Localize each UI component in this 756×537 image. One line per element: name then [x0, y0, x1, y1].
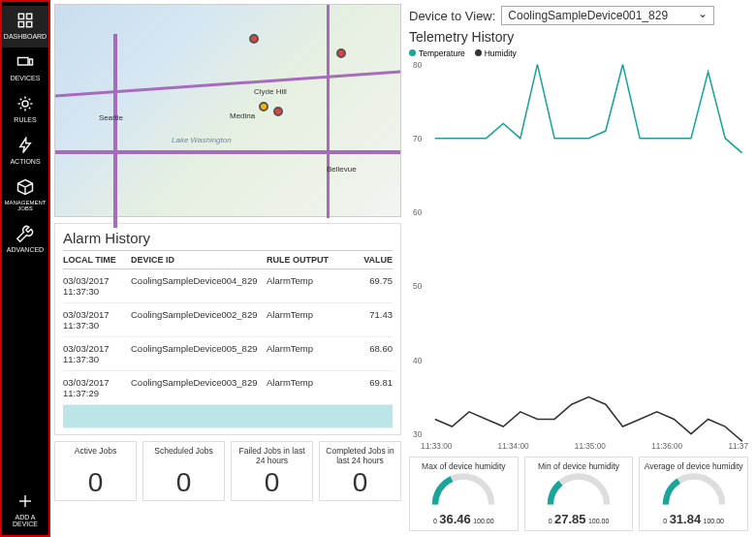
device-select[interactable]: CoolingSampleDevice001_829 [501, 6, 714, 25]
map-label: Lake Washington [172, 136, 232, 144]
devices-icon [16, 53, 34, 71]
gauge-row: Max of device humidity0 36.46 100.00Min … [409, 457, 748, 531]
table-row[interactable]: 03/03/2017 11:37:30CoolingSampleDevice00… [63, 337, 393, 371]
col-header: LOCAL TIME [63, 255, 131, 265]
sidebar-label: RULES [2, 116, 48, 123]
map-pin[interactable] [259, 102, 268, 111]
map-label: Bellevue [327, 165, 357, 174]
svg-text:11:36:00: 11:36:00 [651, 441, 682, 451]
map-pin[interactable] [336, 48, 346, 58]
sidebar-item-add-device[interactable]: ADD A DEVICE [2, 487, 48, 535]
table-row[interactable]: 03/03/2017 11:37:30CoolingSampleDevice00… [63, 303, 393, 337]
chart-legend: Temperature Humidity [409, 48, 748, 58]
sidebar-item-dashboard[interactable]: DASHBOARD [2, 6, 48, 47]
svg-text:60: 60 [413, 207, 422, 217]
svg-rect-2 [18, 22, 23, 27]
sidebar: DASHBOARD DEVICES RULES ACTIONS MANAGEME… [0, 0, 50, 537]
map-label: Seattle [99, 113, 123, 122]
sidebar-item-devices[interactable]: DEVICES [2, 47, 48, 89]
alarm-history-card: Alarm History LOCAL TIME DEVICE ID RULE … [54, 223, 401, 435]
plus-icon [16, 492, 34, 510]
svg-rect-3 [27, 22, 32, 27]
job-card: Active Jobs0 [54, 441, 137, 501]
telemetry-chart: 304050607080 11:33:0011:34:0011:35:0011:… [409, 58, 748, 453]
svg-rect-1 [27, 14, 32, 18]
svg-text:11:34:00: 11:34:00 [498, 441, 529, 451]
bolt-icon [16, 137, 34, 154]
map-label: Clyde Hill [254, 87, 287, 96]
legend-item: Temperature [409, 48, 465, 58]
svg-text:40: 40 [413, 356, 422, 365]
device-to-view-label: Device to View: [409, 9, 495, 23]
gear-icon [16, 95, 34, 112]
table-row[interactable]: 03/03/2017 11:37:29CoolingSampleDevice00… [63, 371, 393, 405]
table-row[interactable] [63, 405, 393, 428]
col-header: RULE OUTPUT [267, 255, 344, 265]
svg-text:80: 80 [413, 59, 422, 69]
sidebar-item-advanced[interactable]: ADVANCED [2, 219, 48, 261]
gauge-card: Min of device humidity0 27.85 100.00 [524, 457, 634, 531]
gauge-card: Average of device humidity0 31.84 100.00 [639, 457, 748, 531]
cube-icon [16, 178, 34, 196]
sidebar-label: ACTIONS [2, 158, 48, 165]
svg-rect-4 [18, 58, 29, 66]
svg-text:11:35:00: 11:35:00 [575, 441, 606, 451]
table-row[interactable]: 03/03/2017 11:37:30CoolingSampleDevice00… [63, 269, 393, 303]
table-header: LOCAL TIME DEVICE ID RULE OUTPUT VALUE [63, 250, 393, 269]
sidebar-label: ADVANCED [2, 246, 48, 253]
map-label: Medina [230, 111, 255, 120]
wrench-icon [16, 225, 34, 242]
map-pin[interactable] [273, 107, 283, 116]
sidebar-item-rules[interactable]: RULES [2, 89, 48, 131]
dot-icon [409, 49, 416, 56]
svg-text:30: 30 [413, 429, 422, 439]
main-content: Seattle Medina Bellevue Clyde Hill Lake … [50, 0, 756, 537]
jobs-row: Active Jobs0Scheduled Jobs0Failed Jobs i… [54, 441, 401, 501]
legend-item: Humidity [475, 48, 517, 58]
map[interactable]: Seattle Medina Bellevue Clyde Hill Lake … [54, 4, 401, 217]
svg-text:70: 70 [413, 134, 422, 143]
svg-text:11:37:00: 11:37:00 [728, 441, 748, 451]
svg-text:11:33:00: 11:33:00 [421, 441, 452, 451]
sidebar-label: DEVICES [2, 75, 48, 81]
map-pin[interactable] [249, 34, 259, 44]
job-card: Completed Jobs in last 24 hours0 [319, 441, 401, 501]
telemetry-title: Telemetry History [409, 29, 748, 45]
right-column: Device to View: CoolingSampleDevice001_8… [405, 4, 752, 533]
left-column: Seattle Medina Bellevue Clyde Hill Lake … [54, 4, 401, 533]
sidebar-item-management-jobs[interactable]: MANAGEMENT JOBS [2, 173, 48, 219]
sidebar-item-actions[interactable]: ACTIONS [2, 131, 48, 173]
sidebar-label: MANAGEMENT JOBS [2, 200, 48, 211]
svg-point-6 [22, 101, 28, 107]
dot-icon [475, 49, 482, 56]
svg-rect-5 [30, 59, 33, 65]
gauge-card: Max of device humidity0 36.46 100.00 [409, 457, 519, 531]
col-header: VALUE [344, 255, 393, 265]
job-card: Scheduled Jobs0 [142, 441, 225, 501]
sidebar-label: ADD A DEVICE [2, 514, 48, 527]
col-header: DEVICE ID [131, 255, 267, 265]
svg-text:50: 50 [413, 281, 422, 291]
alarm-history-title: Alarm History [63, 230, 393, 246]
sidebar-label: DASHBOARD [2, 33, 48, 40]
svg-rect-0 [18, 14, 23, 18]
job-card: Failed Jobs in last 24 hours0 [231, 441, 313, 501]
grid-icon [16, 12, 34, 29]
